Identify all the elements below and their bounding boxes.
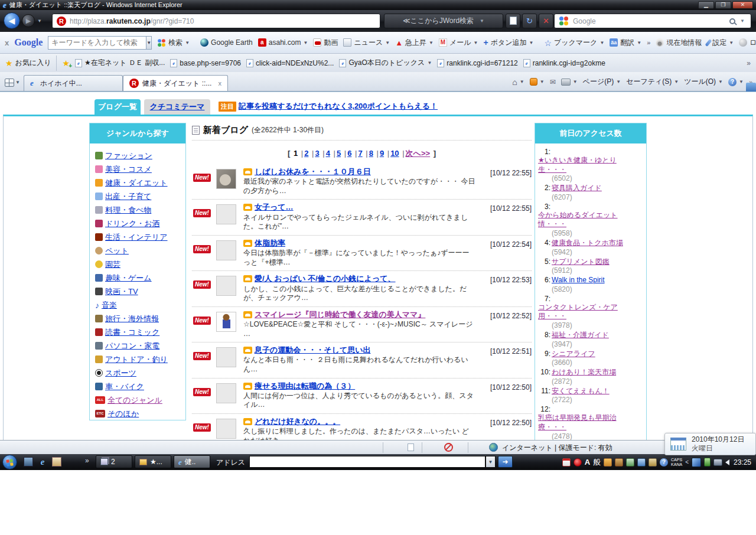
print-button[interactable]: ▼ (561, 79, 578, 86)
ranking-link[interactable]: 乳癌は早期発見も早期治療・・・ (538, 413, 631, 432)
entry-title-link[interactable]: 息子の運動会・・・そして思い出 (255, 345, 371, 355)
mail-quicklaunch-icon[interactable] (52, 457, 61, 467)
page-link[interactable]: 3 (315, 149, 319, 158)
notification-app-icon[interactable] (562, 458, 571, 467)
help-menu[interactable]: ?▼ (728, 78, 744, 86)
toolbar-button-bookmark[interactable]: ☆ブックマーク▼ (544, 38, 604, 48)
toolbar-close-button[interactable]: x (5, 38, 9, 47)
toolbar-button-news[interactable]: ニュース▼ (343, 38, 390, 48)
ranking-link[interactable]: コンタクトレンズ・ケア用・・・ (538, 303, 631, 321)
page-link[interactable]: 5 (337, 149, 341, 158)
page-link[interactable]: 4 (326, 149, 330, 158)
tray-app-icon[interactable] (692, 458, 701, 467)
ime-help-icon[interactable]: ? (660, 458, 668, 467)
ranking-link[interactable]: ★いきいき健康・ゆとり生・・・ (538, 156, 631, 174)
ranking-link[interactable]: わけあり！楽天市場 (552, 368, 616, 377)
ime-tool-icon[interactable] (604, 458, 612, 467)
favorites-button[interactable]: ★お気に入り (5, 58, 51, 68)
search-options-dropdown-icon[interactable]: ▼ (740, 18, 745, 24)
ranking-link[interactable]: 安くてええもん！ (552, 387, 610, 396)
network-icon[interactable] (713, 459, 722, 466)
ranking-link[interactable]: 寝具購入ガイド (552, 184, 602, 193)
toolbar-button-video[interactable]: 動画 (313, 38, 338, 48)
ime-pad-icon[interactable] (626, 458, 634, 467)
quick-tabs-icon[interactable] (5, 79, 14, 87)
page-link[interactable]: 10 (390, 149, 399, 158)
entry-thumbnail[interactable] (216, 276, 236, 296)
ime-settings-icon[interactable] (649, 458, 657, 467)
history-dropdown-icon[interactable]: ▼ (37, 18, 42, 24)
feeds-button[interactable]: ▼ (530, 78, 545, 86)
entry-title-link[interactable]: しばしお休みを・・・１０月６日 (255, 167, 371, 177)
ime-toolbox-icon[interactable] (615, 458, 623, 467)
ranking-link[interactable]: 福祉・介護ガイド (552, 331, 609, 340)
genre-link[interactable]: ファッション (105, 151, 152, 161)
entry-thumbnail[interactable] (216, 383, 236, 403)
toolbar-button-login[interactable]: ログイン▼ (739, 38, 756, 48)
entry-thumbnail[interactable] (216, 347, 236, 367)
entry-title-link[interactable]: 痩せる理由は転職の為（３） (255, 381, 355, 391)
ime-dictionary-icon[interactable] (637, 458, 646, 467)
toolbar-search-button[interactable]: 検索 ▼ (157, 38, 190, 48)
entry-thumbnail[interactable] (216, 169, 236, 189)
back-button[interactable]: ◀ (4, 12, 20, 29)
genre-link[interactable]: 健康・ダイエット (105, 178, 168, 188)
ime-alpha-indicator[interactable]: A (585, 458, 590, 467)
genre-link[interactable]: 園芸 (105, 259, 120, 270)
entry-title-link[interactable]: スマイレージ『同じ時給で働く友達の美人ママ』 (255, 310, 425, 319)
genre-link[interactable]: アウトドア・釣り (105, 354, 168, 365)
browser-tab-active[interactable]: R健康・ダイエット ::...x (123, 75, 228, 91)
ranking-link[interactable]: 健康食品・トクホ市場 (552, 239, 623, 248)
tab-blog-list[interactable]: ブログ一覧 (94, 99, 141, 115)
address-bar[interactable]: R http://plaza.rakuten.co.jp/gnr/?gid=71… (52, 14, 380, 28)
page-menu[interactable]: ページ(P)▼ (583, 77, 621, 87)
favorite-link[interactable]: ebase.php-ser=9706 (170, 59, 241, 67)
inprivate-filter-icon[interactable] (444, 443, 453, 452)
page-link[interactable]: 7 (358, 149, 362, 158)
tray-collapse-chevron[interactable]: < (685, 459, 689, 465)
toolbar-button-add[interactable]: +ボタン追加▼ (483, 38, 533, 48)
show-desktop-icon[interactable] (24, 457, 33, 467)
entry-title-link[interactable]: 愛/人 おっぱい 不/倫この小銭によって、 (255, 274, 396, 283)
browser-tab[interactable]: eホイホイ中... (24, 75, 123, 91)
tab-kuchikomi-theme[interactable]: クチコミテーマ (144, 99, 210, 115)
toolbar-search-dropdown-icon[interactable]: ▼ (146, 36, 152, 50)
favorite-link[interactable]: eGyaO本日のトピックス▼ (339, 58, 432, 68)
read-mail-button[interactable]: ✉ (550, 78, 556, 86)
minimize-button[interactable]: ▁ (698, 1, 714, 9)
taskbar-clock[interactable]: 23:25 (734, 458, 751, 467)
refresh-button[interactable]: ↻ (522, 14, 537, 28)
ranking-link[interactable]: Walk in the Spirit (552, 276, 605, 285)
favorite-link[interactable]: e★在宅ネット ＤＥ 副収... (75, 58, 165, 68)
entry-title-link[interactable]: 体脂肪率 (255, 239, 285, 248)
toolbar-search-input[interactable] (48, 36, 146, 50)
genre-link[interactable]: 車・バイク (105, 381, 144, 392)
volume-icon[interactable] (725, 459, 729, 465)
ie-quicklaunch-icon[interactable]: e (38, 457, 47, 467)
toolbar-button-mail[interactable]: Mメール▼ (439, 38, 478, 48)
page-link[interactable]: 9 (380, 149, 384, 158)
tools-menu[interactable]: ツール(O)▼ (684, 77, 723, 87)
restore-button[interactable]: ❐ (715, 1, 731, 9)
tab-list-dropdown-icon[interactable]: ▼ (15, 80, 20, 85)
genre-link[interactable]: 料理・食べ物 (105, 205, 151, 216)
genre-link[interactable]: 読書・コミック (105, 327, 159, 338)
genre-link[interactable]: 旅行・海外情報 (105, 314, 159, 324)
genre-link[interactable]: ドリンク・お酒 (105, 218, 160, 229)
page-link[interactable]: 8 (369, 149, 373, 158)
close-button[interactable]: ✕ (732, 1, 753, 9)
genre-link[interactable]: 全てのジャンル (107, 395, 162, 406)
taskbar-window-group[interactable]: 2 (96, 455, 132, 468)
genre-link[interactable]: ペット (105, 246, 129, 256)
ranking-link[interactable]: シニアライフ (552, 350, 595, 359)
favorite-link[interactable]: eranklink.cgi-id=g2okme (523, 59, 605, 67)
genre-link[interactable]: 趣味・ゲーム (105, 273, 152, 283)
ime-mode-indicator[interactable]: 般 (593, 457, 601, 468)
ranking-link[interactable]: 今から始めるダイエット情・・・ (538, 211, 631, 229)
taskbar-window-button[interactable]: ★... (135, 455, 171, 468)
quicklaunch-overflow-chevron[interactable]: » (85, 456, 89, 465)
search-box[interactable]: Google ▼ (554, 14, 751, 28)
toolbar-button-trending[interactable]: ▲急上昇▼ (395, 38, 434, 48)
entry-title-link[interactable]: どれだけ好きなの。。。 (255, 417, 340, 426)
favorite-link[interactable]: eclick-aid=NDExNzU%2... (246, 59, 334, 67)
